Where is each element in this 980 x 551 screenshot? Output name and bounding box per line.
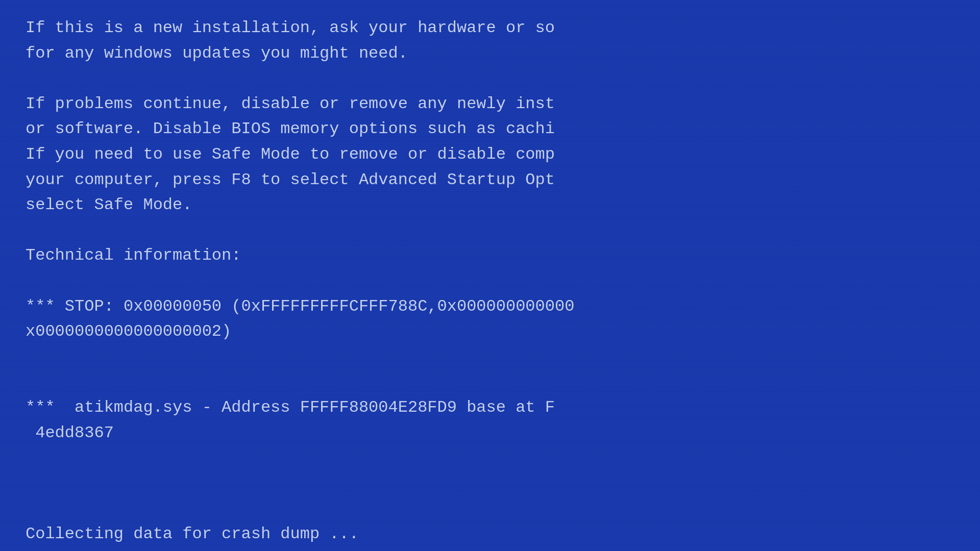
bsod-line — [26, 268, 954, 294]
bsod-line: If you need to use Safe Mode to remove o… — [26, 142, 954, 167]
bsod-line — [26, 344, 954, 370]
bsod-line — [26, 445, 954, 471]
bsod-line: select Safe Mode. — [26, 192, 954, 218]
bsod-line: your computer, press F8 to select Advanc… — [26, 167, 954, 193]
bsod-line: or software. Disable BIOS memory options… — [26, 116, 954, 142]
bsod-line: If this is a new installation, ask your … — [26, 15, 954, 41]
bsod-line: *** STOP: 0x00000050 (0xFFFFFFFFFCFFF788… — [26, 294, 954, 319]
bsod-line — [26, 471, 954, 496]
bsod-line: Initializing disk for crash dump ... — [26, 546, 954, 551]
bsod-screen: If this is a new installation, ask your … — [0, 0, 980, 551]
bsod-line: Technical information: — [26, 243, 954, 268]
bsod-line — [26, 369, 954, 395]
bsod-text: If this is a new installation, ask your … — [26, 15, 954, 551]
bsod-line: x0000000000000000002) — [26, 319, 954, 344]
bsod-line — [26, 496, 954, 521]
bsod-line: for any windows updates you might need. — [26, 41, 954, 66]
bsod-line: If problems continue, disable or remove … — [26, 91, 954, 117]
bsod-line — [26, 218, 954, 243]
bsod-line: 4edd8367 — [26, 420, 954, 446]
bsod-line — [26, 66, 954, 91]
bsod-line: *** atikmdag.sys - Address FFFFF88004E28… — [26, 395, 954, 420]
bsod-line: Collecting data for crash dump ... — [26, 521, 954, 547]
